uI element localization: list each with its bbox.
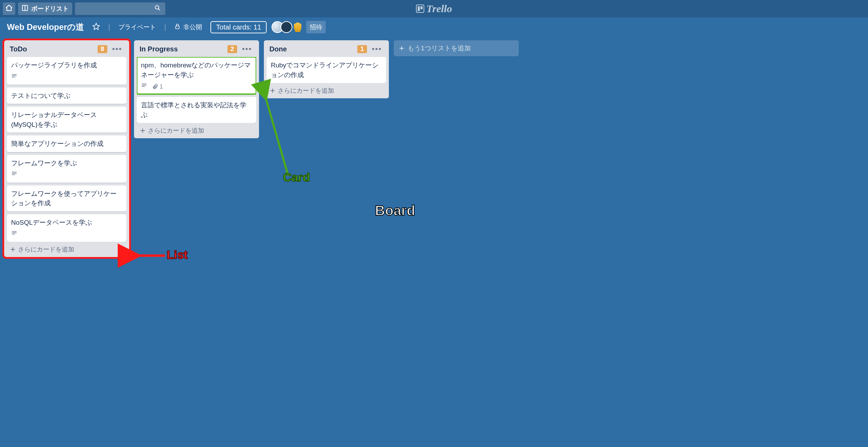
add-card-button[interactable]: さらにカードを追加 bbox=[267, 83, 386, 96]
card-title: パッケージライブラリを作成 bbox=[11, 60, 122, 70]
attachment-badge: 1 bbox=[152, 83, 163, 91]
card-title: Rubyでコマンドラインアプリケーションの作成 bbox=[271, 60, 382, 80]
card[interactable]: NoSQLデータベースを学ぶ bbox=[7, 214, 126, 242]
total-cards-badge[interactable]: Total cards: 11 bbox=[210, 21, 267, 33]
add-card-label: さらにカードを追加 bbox=[148, 126, 204, 135]
search-input[interactable] bbox=[75, 2, 165, 15]
invite-button[interactable]: 招待 bbox=[306, 21, 326, 33]
card-title: リレーショナルデータベース(MySQL)を学ぶ bbox=[11, 110, 122, 129]
list-header: In Progress2••• bbox=[137, 44, 256, 57]
lock-icon bbox=[174, 23, 181, 31]
board-canvas[interactable]: ToDo8•••パッケージライブラリを作成テストについて学ぶリレーショナルデータ… bbox=[0, 37, 868, 447]
card[interactable]: 言語で標準とされる実装や記法を学ぶ bbox=[137, 97, 256, 123]
add-card-button[interactable]: さらにカードを追加 bbox=[137, 123, 256, 135]
add-card-label: さらにカードを追加 bbox=[18, 245, 74, 254]
svg-line-3 bbox=[158, 9, 160, 10]
search-icon bbox=[154, 5, 161, 13]
card[interactable]: フレームワークを使ってアプリケーションを作成 bbox=[7, 185, 126, 212]
card[interactable]: パッケージライブラリを作成 bbox=[7, 57, 126, 85]
medal-icon bbox=[294, 22, 301, 32]
star-icon bbox=[92, 23, 100, 32]
description-icon bbox=[141, 82, 147, 91]
list-count-badge: 8 bbox=[98, 45, 107, 53]
add-list-label: もう1つリストを追加 bbox=[408, 44, 471, 53]
card-title: 簡単なアプリケーションの作成 bbox=[11, 139, 122, 149]
app-logo-text: Trello bbox=[426, 3, 452, 15]
list-title[interactable]: Done bbox=[269, 45, 357, 53]
annotation-list: List bbox=[167, 248, 187, 262]
boards-button[interactable]: ボードリスト bbox=[18, 2, 72, 15]
boards-button-label: ボードリスト bbox=[31, 5, 69, 13]
card-badges bbox=[11, 171, 122, 179]
card-badges bbox=[11, 230, 122, 238]
board-visibility[interactable]: 非公開 bbox=[171, 21, 206, 33]
card[interactable]: フレームワークを学ぶ bbox=[7, 155, 126, 183]
home-icon bbox=[5, 4, 13, 14]
list-title[interactable]: ToDo bbox=[10, 45, 98, 53]
board-title[interactable]: Web Developerの道 bbox=[7, 22, 84, 33]
add-list-button[interactable]: もう1つリストを追加 bbox=[394, 40, 519, 56]
description-icon bbox=[11, 171, 17, 179]
card-title: npm、homebrewなどのパッケージマネージャーを学ぶ bbox=[141, 60, 252, 80]
annotation-card: Card bbox=[283, 171, 310, 184]
trello-logo-icon bbox=[416, 5, 424, 13]
card-list: Rubyでコマンドラインアプリケーションの作成 bbox=[267, 57, 386, 83]
team-visibility[interactable]: プライベート bbox=[115, 21, 159, 33]
list-count-badge: 1 bbox=[357, 45, 367, 53]
description-icon bbox=[11, 73, 17, 81]
annotation-board: Board bbox=[375, 203, 415, 218]
svg-rect-5 bbox=[176, 26, 180, 29]
list-header: ToDo8••• bbox=[7, 44, 126, 57]
board-header: Web Developerの道 | プライベート | 非公開 Total car… bbox=[0, 17, 868, 37]
list-menu-button[interactable]: ••• bbox=[370, 44, 383, 53]
list[interactable]: ToDo8•••パッケージライブラリを作成テストについて学ぶリレーショナルデータ… bbox=[4, 40, 129, 257]
list[interactable]: Done1•••Rubyでコマンドラインアプリケーションの作成さらにカードを追加 bbox=[264, 40, 389, 98]
card-title: NoSQLデータベースを学ぶ bbox=[11, 218, 122, 227]
separator: | bbox=[164, 23, 166, 31]
card[interactable]: 簡単なアプリケーションの作成 bbox=[7, 135, 126, 152]
card-title: フレームワークを使ってアプリケーションを作成 bbox=[11, 189, 122, 208]
card-badges bbox=[11, 73, 122, 81]
card[interactable]: リレーショナルデータベース(MySQL)を学ぶ bbox=[7, 107, 126, 133]
card[interactable]: Rubyでコマンドラインアプリケーションの作成 bbox=[267, 57, 386, 83]
boards-icon bbox=[22, 5, 28, 13]
card-list: npm、homebrewなどのパッケージマネージャーを学ぶ1言語で標準とされる実… bbox=[137, 57, 256, 123]
separator: | bbox=[108, 23, 110, 31]
card[interactable]: npm、homebrewなどのパッケージマネージャーを学ぶ1 bbox=[137, 57, 256, 94]
team-visibility-label: プライベート bbox=[118, 23, 156, 31]
add-card-label: さらにカードを追加 bbox=[278, 86, 334, 95]
star-button[interactable] bbox=[89, 21, 103, 33]
card-title: フレームワークを学ぶ bbox=[11, 158, 122, 168]
card-list: パッケージライブラリを作成テストについて学ぶリレーショナルデータベース(MySQ… bbox=[7, 57, 126, 242]
svg-marker-4 bbox=[93, 23, 99, 29]
list-menu-button[interactable]: ••• bbox=[241, 44, 253, 53]
add-card-button[interactable]: さらにカードを追加 bbox=[7, 242, 126, 254]
home-button[interactable] bbox=[3, 2, 15, 15]
app-header: ボードリスト Trello bbox=[0, 0, 868, 17]
total-cards-text: Total cards: 11 bbox=[216, 23, 261, 31]
list-menu-button[interactable]: ••• bbox=[111, 44, 124, 53]
svg-point-2 bbox=[155, 6, 159, 9]
app-logo[interactable]: Trello bbox=[416, 3, 452, 15]
board-visibility-label: 非公開 bbox=[183, 23, 202, 31]
card[interactable]: テストについて学ぶ bbox=[7, 88, 126, 104]
invite-button-label: 招待 bbox=[310, 23, 322, 31]
list-header: Done1••• bbox=[267, 44, 386, 57]
annotation-arrow-list bbox=[135, 250, 170, 261]
card-title: テストについて学ぶ bbox=[11, 91, 122, 101]
card-badges: 1 bbox=[141, 82, 252, 91]
avatar[interactable] bbox=[281, 21, 292, 33]
member-avatars[interactable] bbox=[272, 21, 301, 33]
description-icon bbox=[11, 230, 17, 238]
list-title[interactable]: In Progress bbox=[140, 45, 227, 53]
list[interactable]: In Progress2•••npm、homebrewなどのパッケージマネージャ… bbox=[134, 40, 259, 138]
attachment-count: 1 bbox=[160, 83, 163, 91]
card-title: 言語で標準とされる実装や記法を学ぶ bbox=[141, 100, 252, 119]
list-count-badge: 2 bbox=[227, 45, 237, 53]
annotation-arrow-card bbox=[264, 96, 306, 186]
